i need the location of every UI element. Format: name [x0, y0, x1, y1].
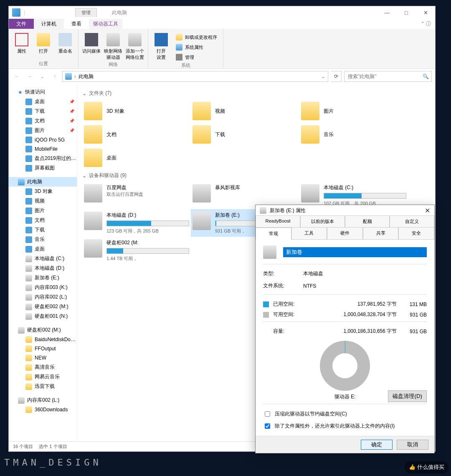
btn-sysprop[interactable]: 系统属性 — [173, 43, 220, 51]
sidebar-item[interactable]: 盘点2019用过的… — [9, 154, 77, 163]
sidebar-item[interactable]: 桌面📌 — [9, 97, 77, 106]
tab-file[interactable]: 文件 — [9, 19, 34, 29]
nav-back-icon[interactable]: ← — [12, 71, 22, 81]
ribbon-collapse-icon[interactable]: ⌃ ⓘ — [416, 19, 435, 29]
sidebar-item[interactable]: 本地磁盘 (C:) — [9, 254, 77, 263]
btn-add-netloc[interactable]: 添加一个 网络位置 — [125, 30, 144, 61]
folder-item[interactable]: 下载 — [191, 123, 299, 146]
sidebar-item[interactable]: 视频 — [9, 196, 77, 206]
sidebar-item[interactable]: 内容库002 (L:) — [9, 292, 77, 302]
sidebar-item[interactable]: FFOutput — [9, 344, 77, 353]
sidebar-item[interactable]: 图片📌 — [9, 126, 77, 135]
btn-uninstall[interactable]: 卸载或更改程序 — [173, 33, 220, 41]
btn-rename[interactable]: 重命名 — [56, 30, 75, 60]
drive-item[interactable]: 硬盘柜002 (M:1.44 TB 可用， — [82, 237, 191, 264]
sidebar-item[interactable]: 硬盘柜002 (M:) — [9, 302, 77, 311]
drive-item[interactable]: 本地磁盘 (D:)123 GB 可用，共 265 GB — [82, 209, 191, 237]
search-icon[interactable]: 🔍 — [423, 73, 429, 79]
pin-icon: 📌 — [69, 99, 74, 104]
section-folders[interactable]: ⌄文件夹 (7) — [82, 87, 430, 99]
btn-open-settings[interactable]: 打开 设置 — [152, 30, 171, 61]
maximize-button[interactable]: □ — [397, 6, 416, 19]
folder-item[interactable]: 视频 — [191, 99, 299, 123]
cancel-button[interactable]: 取消 — [397, 440, 428, 450]
section-drives[interactable]: ⌄设备和驱动器 (9) — [82, 170, 430, 182]
folder-item[interactable]: 音乐 — [299, 123, 408, 146]
disk-cleanup-button[interactable]: 磁盘清理(D) — [388, 390, 427, 402]
titlebar[interactable]: | 管理 此电脑 — □ ✕ — [9, 6, 435, 19]
sidebar-item[interactable]: 本地磁盘 (D:) — [9, 263, 77, 273]
prop-tab[interactable]: 以前的版本 — [300, 215, 345, 227]
btn-media[interactable]: 访问媒体 — [82, 30, 101, 61]
address-input[interactable]: › 此电脑 ⌄ — [62, 71, 328, 82]
sidebar-item[interactable]: 音乐 — [9, 235, 77, 244]
btn-manage[interactable]: 管理 — [173, 53, 220, 61]
sidebar-item[interactable]: 文档📌 — [9, 116, 77, 126]
sidebar-item[interactable]: 3D 对象 — [9, 187, 77, 196]
folder-item[interactable]: 3D 对象 — [82, 99, 191, 123]
minimize-button[interactable]: — — [378, 6, 397, 19]
sidebar-item[interactable]: 屏幕截图 — [9, 163, 77, 173]
sidebar-item[interactable]: MobileFile — [9, 144, 77, 154]
folder-item[interactable]: 图片 — [299, 99, 408, 123]
sidebar-drive-m[interactable]: 硬盘柜002 (M:) — [9, 325, 77, 335]
folder-item[interactable]: 文档 — [82, 123, 191, 146]
search-input[interactable]: 🔍 — [344, 71, 432, 82]
nav-fwd-icon[interactable]: → — [25, 71, 35, 81]
folder-icon — [25, 188, 32, 195]
sidebar-drive-l[interactable]: 内容库002 (L:) — [9, 395, 77, 405]
tab-view[interactable]: 查看 — [64, 19, 89, 29]
breadcrumb-item[interactable]: 此电脑 — [79, 73, 94, 80]
dialog-close-icon[interactable]: ✕ — [425, 207, 430, 215]
sidebar-item[interactable]: 硬盘柜001 (N:) — [9, 311, 77, 321]
nav-up-icon[interactable]: ↑ — [50, 71, 60, 81]
sidebar-this-pc[interactable]: 此电脑 — [9, 177, 77, 187]
tab-drive-tools[interactable]: 驱动器工具 — [89, 19, 122, 29]
chevron-down-icon[interactable]: ⌄ — [321, 73, 325, 79]
drive-item[interactable]: 百度网盘双击运行百度网盘 — [82, 182, 191, 209]
sidebar-item[interactable]: 文档 — [9, 215, 77, 225]
context-tab[interactable]: 管理 — [75, 8, 97, 17]
prop-tab[interactable]: 自定义 — [390, 215, 434, 227]
sidebar-item[interactable]: 下载 — [9, 225, 77, 235]
sidebar[interactable]: ★快速访问 桌面📌下载📌文档📌图片📌iQOO Pro 5GMobileFile盘… — [9, 84, 77, 441]
prop-tab[interactable]: 配额 — [345, 215, 390, 227]
sidebar-item[interactable]: 下载📌 — [9, 106, 77, 116]
folder-item[interactable]: 桌面 — [82, 146, 191, 170]
sidebar-item[interactable]: BaiduNetdiskDo… — [9, 335, 77, 344]
prop-tab[interactable]: 硬件 — [327, 227, 363, 239]
btn-properties[interactable]: 属性 — [12, 30, 31, 60]
prop-tab[interactable]: 常规 — [256, 228, 291, 240]
sidebar-item[interactable]: 网易云音乐 — [9, 372, 77, 382]
sidebar-item[interactable]: NEW — [9, 353, 77, 362]
refresh-icon[interactable]: ⟳ — [331, 71, 342, 82]
drive-icon — [260, 207, 266, 214]
sidebar-item[interactable]: 360Downloads — [9, 405, 77, 414]
sidebar-item[interactable]: 内容库003 (K:) — [9, 283, 77, 292]
folder-icon — [25, 208, 32, 214]
btn-open[interactable]: 打开 — [34, 30, 53, 60]
index-checkbox[interactable]: 除了文件属性外，还允许索引此驱动器上文件的内容(I) — [263, 422, 427, 430]
dialog-titlebar[interactable]: 新加卷 (E:) 属性 ✕ — [256, 205, 434, 216]
nav-history-icon[interactable]: ⌄ — [37, 71, 47, 81]
search-field[interactable] — [347, 73, 423, 80]
sidebar-item[interactable]: iQOO Pro 5G — [9, 135, 77, 144]
sidebar-item[interactable]: 桌面 — [9, 244, 77, 254]
sidebar-item[interactable]: 迅雷下载 — [9, 382, 77, 391]
tab-computer[interactable]: 计算机 — [34, 19, 64, 29]
compress-checkbox[interactable]: 压缩此驱动器以节约磁盘空间(C) — [263, 410, 427, 418]
prop-tab[interactable]: 工具 — [291, 227, 327, 239]
sidebar-item[interactable]: 图片 — [9, 206, 77, 215]
folder-icon — [84, 102, 102, 120]
drive-icon — [193, 184, 211, 203]
sidebar-item[interactable]: 新加卷 (E:) — [9, 273, 77, 283]
sidebar-item[interactable]: 高清音乐 — [9, 362, 77, 372]
btn-map-drive[interactable]: 映射网络 驱动器 — [104, 30, 123, 61]
prop-tab[interactable]: 共享 — [363, 227, 399, 239]
ok-button[interactable]: 确定 — [361, 440, 393, 450]
prop-tab[interactable]: ReadyBoost — [256, 215, 300, 227]
prop-tab[interactable]: 安全 — [398, 227, 434, 239]
volume-name-input[interactable] — [283, 247, 427, 257]
close-button[interactable]: ✕ — [416, 6, 435, 19]
sidebar-quick-access[interactable]: ★快速访问 — [9, 87, 77, 97]
